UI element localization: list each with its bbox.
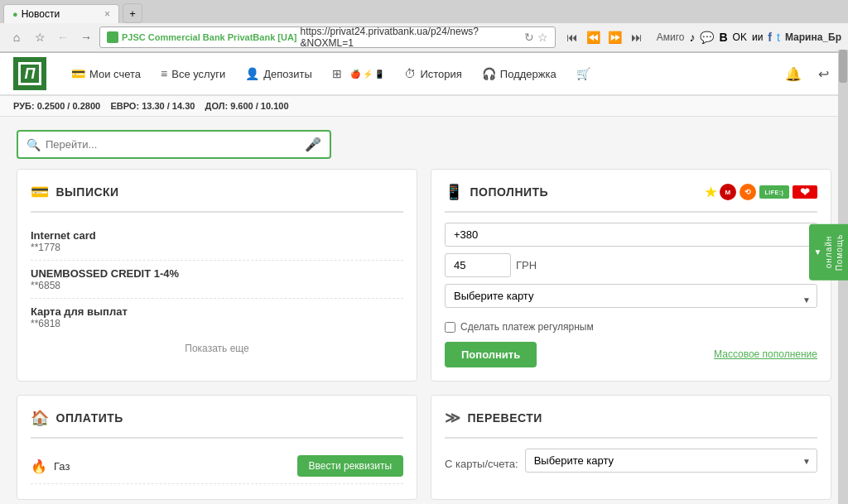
statement-name: Карта для выплат xyxy=(31,305,403,318)
regular-payment-checkbox[interactable] xyxy=(445,322,455,333)
reload-icon[interactable]: ↻ xyxy=(524,31,534,44)
url-bar[interactable]: PJSC Commercial Bank PrivatBank [UA] htt… xyxy=(99,26,556,48)
statements-title: ВЫПИСКИ xyxy=(56,185,119,199)
exit-btn[interactable]: ↩ xyxy=(812,62,835,85)
cart-icon: 🛒 xyxy=(576,67,590,80)
enter-details-btn[interactable]: Ввести реквизиты xyxy=(297,455,403,477)
topup-title: ПОПОЛНИТЬ xyxy=(470,185,549,199)
vodafone-icon: ❤ xyxy=(793,185,817,199)
user-name: Марина_Бр xyxy=(785,31,841,43)
active-tab[interactable]: ● Новости × xyxy=(3,4,119,23)
tab-close-btn[interactable]: × xyxy=(104,8,110,20)
regular-payment-row: Сделать платеж регулярным xyxy=(445,321,817,333)
pay-item-name: 🔥 Газ xyxy=(31,458,70,474)
scroll-thumb[interactable] xyxy=(839,50,847,83)
nav-accounts[interactable]: 💳 Мои счета xyxy=(63,62,149,85)
phone-input[interactable] xyxy=(445,223,817,247)
card-select-wrapper: Выберите карту xyxy=(445,284,817,314)
arrows-icon: ≫ xyxy=(445,409,461,427)
nav-services[interactable]: ≡ Все услуги xyxy=(152,62,234,85)
card-icon: 💳 xyxy=(71,67,85,80)
transfer-card-select[interactable]: Выберите карту xyxy=(525,449,817,473)
rub-label: РУБ: xyxy=(13,101,35,111)
browser-chrome: ● Новости × + ⌂ ☆ ← → PJSC Commercial Ba… xyxy=(0,0,848,53)
rub-value: 0.2500 / 0.2800 xyxy=(37,101,100,111)
social-icon: ии xyxy=(752,31,763,43)
nav-services-label: Все услуги xyxy=(171,68,225,80)
tab-bar: ● Новости × + xyxy=(0,0,848,23)
search-box: 🔍 🎤 xyxy=(17,130,331,159)
history-icon: ⏱ xyxy=(404,67,416,80)
main-window: П 💳 Мои счета ≡ Все услуги 👤 Депозиты ⊞ … xyxy=(0,53,848,504)
twitter-icon: t xyxy=(777,31,780,44)
mic-icon[interactable]: 🎤 xyxy=(305,137,321,152)
list-item[interactable]: Карта для выплат **6818 xyxy=(31,299,403,336)
mass-topup-link[interactable]: Массовое пополнение xyxy=(714,341,817,367)
topup-section: 📱 ПОПОЛНИТЬ ★ М ⟲ life:) ❤ ГРН xyxy=(431,169,831,382)
nav-accounts-label: Мои счета xyxy=(89,68,141,80)
url-actions: ↻ ☆ xyxy=(524,31,548,44)
side-help-btn[interactable]: Помощь онлайн ▼ xyxy=(809,223,848,281)
back-btn[interactable]: ← xyxy=(53,27,73,47)
list-item[interactable]: UNEMBOSSED CREDIT 1-4% **6858 xyxy=(31,261,403,299)
regular-payment-label: Сделать платеж регулярным xyxy=(460,321,594,333)
menu-icon: ≡ xyxy=(161,67,167,80)
statement-number: **1778 xyxy=(31,242,403,253)
topup-actions: Пополнить Массовое пополнение xyxy=(445,341,817,367)
statements-section: 💳 ВЫПИСКИ Internet card **1778 UNEMBOSSE… xyxy=(17,169,417,382)
amount-input[interactable] xyxy=(445,253,511,277)
search-input[interactable] xyxy=(46,138,305,151)
statement-name: UNEMBOSSED CREDIT 1-4% xyxy=(31,267,403,280)
bank-nav-menu: 💳 Мои счета ≡ Все услуги 👤 Депозиты ⊞ 🍎 … xyxy=(63,62,773,85)
browser-user-area: Амиго ♪ 💬 B OK ии f t Марина_Бр xyxy=(657,31,841,44)
f-icon: f xyxy=(768,31,772,44)
pay-section: 🏠 ОПЛАТИТЬ 🔥 Газ Ввести реквизиты xyxy=(17,395,417,500)
bookmark-btn[interactable]: ☆ xyxy=(30,27,50,47)
header-actions: 🔔 ↩ xyxy=(782,62,835,85)
url-text: https://privat24.privatbank.ua/p24/news?… xyxy=(301,26,521,49)
user-icon: 👤 xyxy=(245,67,259,80)
nav-history-label: История xyxy=(420,68,461,80)
forward-btn[interactable]: → xyxy=(76,27,96,47)
transfer-section: ≫ ПЕРЕВЕСТИ С карты/счета: Выберите карт… xyxy=(431,395,831,500)
search-container: 🔍 🎤 xyxy=(0,117,848,169)
euro-label: ЕВРО: xyxy=(110,101,139,111)
euro-value: 13.30 / 14.30 xyxy=(142,101,195,111)
logo-text: П xyxy=(25,65,36,83)
dol-value: 9.600 / 10.100 xyxy=(230,101,288,111)
gas-icon: 🔥 xyxy=(31,458,47,474)
side-help-arrow: ▼ xyxy=(813,247,822,257)
side-help-label2: онлайн xyxy=(824,236,833,269)
side-help-label: Помощь xyxy=(835,233,844,271)
tab-title: Новости xyxy=(22,8,99,20)
card-select[interactable]: Выберите карту xyxy=(445,284,817,308)
media-prev-btn[interactable]: ⏮ xyxy=(562,27,582,47)
transfer-card-wrapper: Выберите карту xyxy=(525,449,817,473)
statements-icon: 💳 xyxy=(31,183,50,201)
show-more-btn[interactable]: Показать еще xyxy=(31,336,403,354)
star-icon: ★ xyxy=(705,185,717,200)
bold-icon: B xyxy=(719,31,727,44)
nav-payments[interactable]: ⊞ 🍎 ⚡ 📱 xyxy=(324,62,393,85)
apps-icon: ⊞ xyxy=(332,67,342,80)
topup-btn[interactable]: Пополнить xyxy=(445,342,537,367)
search-icon: 🔍 xyxy=(26,138,41,151)
bank-header: П 💳 Мои счета ≡ Все услуги 👤 Депозиты ⊞ … xyxy=(0,53,848,96)
statement-number: **6858 xyxy=(31,280,403,291)
payments-icons: 🍎 ⚡ 📱 xyxy=(350,70,385,79)
nav-support[interactable]: 🎧 Поддержка xyxy=(474,62,565,85)
pay-header: 🏠 ОПЛАТИТЬ xyxy=(31,409,403,439)
list-item: 🔥 Газ Ввести реквизиты xyxy=(31,449,403,484)
transfer-from-row: С карты/счета: Выберите карту xyxy=(445,449,817,479)
statement-name: Internet card xyxy=(31,229,403,242)
nav-history[interactable]: ⏱ История xyxy=(396,62,470,85)
topup-icons: ★ М ⟲ life:) ❤ xyxy=(705,184,818,200)
new-tab-btn[interactable]: + xyxy=(123,3,142,23)
list-item[interactable]: Internet card **1778 xyxy=(31,223,403,261)
notification-btn[interactable]: 🔔 xyxy=(782,62,805,85)
star-icon[interactable]: ☆ xyxy=(537,31,548,44)
home-btn[interactable]: ⌂ xyxy=(7,27,26,47)
currency-label: ГРН xyxy=(516,259,537,271)
nav-cart[interactable]: 🛒 xyxy=(568,62,599,85)
nav-deposits[interactable]: 👤 Депозиты xyxy=(237,62,320,85)
